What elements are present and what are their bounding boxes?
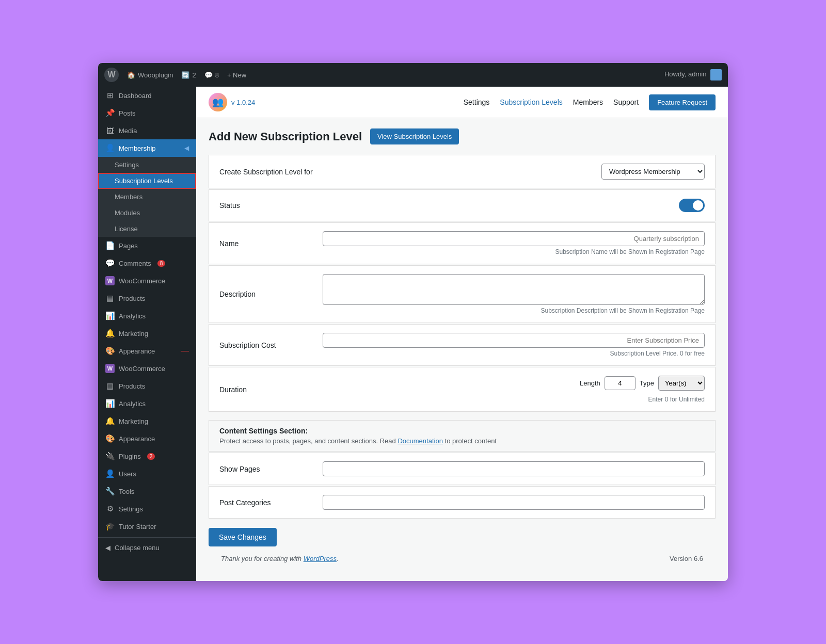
plugin-logo-icon: 👥: [209, 93, 227, 111]
sidebar-label-analytics1: Analytics: [119, 312, 146, 320]
form-section-post-categories: Post Categories: [209, 486, 716, 519]
sidebar-sub-license[interactable]: License: [98, 221, 196, 237]
sidebar-item-tools[interactable]: 🔧 Tools: [98, 482, 196, 500]
sidebar-item-plugins[interactable]: 🔌 Plugins 2: [98, 447, 196, 465]
sidebar-item-analytics2[interactable]: 📊 Analytics: [98, 395, 196, 412]
nav-support[interactable]: Support: [613, 98, 639, 106]
admin-bar-right: Howdy, admin: [664, 69, 722, 81]
collapse-icon: ◀: [105, 544, 110, 552]
cost-hint: Subscription Level Price. 0 for free: [610, 350, 705, 357]
admin-bar-left: W 🏠 Woooplugin 🔄 2 💬 8 + New: [104, 68, 656, 82]
create-for-select[interactable]: Wordpress Membership: [601, 164, 705, 180]
create-for-field: Wordpress Membership: [323, 164, 705, 180]
products2-icon: ▤: [105, 381, 115, 391]
post-categories-input[interactable]: [323, 495, 705, 510]
sidebar-item-woocommerce2[interactable]: W WooCommerce: [98, 360, 196, 377]
admin-bar-site[interactable]: 🏠 Woooplugin: [127, 71, 173, 79]
sidebar-label-comments: Comments: [119, 260, 151, 267]
show-pages-input[interactable]: [323, 461, 705, 476]
duration-length-input[interactable]: [605, 376, 636, 390]
admin-bar-comments[interactable]: 💬 8: [204, 71, 219, 79]
show-pages-label: Show Pages: [219, 465, 323, 473]
sidebar-item-dashboard[interactable]: ⊞ Dashboard: [98, 87, 196, 104]
sidebar-item-marketing1[interactable]: 🔔 Marketing: [98, 325, 196, 342]
pages-icon: 📄: [105, 241, 115, 250]
name-field: Subscription Name will be Shown in Regis…: [323, 231, 705, 255]
cost-input[interactable]: [323, 333, 705, 348]
post-categories-field: [323, 495, 705, 510]
sidebar-label-pages: Pages: [119, 242, 138, 250]
form-section-cost: Subscription Cost Subscription Level Pri…: [209, 324, 716, 366]
sidebar-item-analytics1[interactable]: 📊 Analytics: [98, 307, 196, 325]
form-row-name: Name Subscription Name will be Shown in …: [209, 223, 715, 264]
sidebar-item-membership[interactable]: 👤 Membership ◀: [98, 139, 196, 157]
posts-icon: 📌: [105, 108, 115, 118]
duration-hint: Enter 0 for Unlimited: [648, 396, 705, 403]
page-footer: Thank you for creating with WordPress. V…: [209, 546, 716, 571]
sidebar-item-users[interactable]: 👤 Users: [98, 465, 196, 482]
avatar: [710, 69, 722, 81]
name-input[interactable]: [323, 231, 705, 246]
sidebar-label-products2: Products: [119, 382, 145, 390]
sidebar-item-media[interactable]: 🖼 Media: [98, 122, 196, 139]
nav-subscription-levels[interactable]: Subscription Levels: [500, 98, 562, 106]
documentation-link[interactable]: Documentation: [398, 437, 442, 445]
plugins-icon: 🔌: [105, 452, 115, 461]
comments-sidebar-icon: 💬: [105, 259, 115, 268]
wp-logo-icon[interactable]: W: [104, 68, 119, 82]
sidebar-sub-members[interactable]: Members: [98, 189, 196, 205]
sidebar-item-pages[interactable]: 📄 Pages: [98, 237, 196, 254]
footer-version: Version 6.6: [670, 555, 703, 562]
view-subscription-levels-button[interactable]: View Subscription Levels: [370, 128, 459, 144]
content-settings-header: Content Settings Section: Protect access…: [209, 420, 716, 452]
sidebar-sub-settings[interactable]: Settings: [98, 157, 196, 173]
sidebar-sub-modules[interactable]: Modules: [98, 205, 196, 221]
duration-type-select[interactable]: Year(s) Month(s) Day(s): [658, 376, 705, 391]
sidebar-item-products2[interactable]: ▤ Products: [98, 377, 196, 395]
sidebar-item-posts[interactable]: 📌 Posts: [98, 104, 196, 122]
sidebar-item-marketing2[interactable]: 🔔 Marketing: [98, 412, 196, 430]
status-toggle[interactable]: [679, 199, 705, 212]
sidebar-sub-settings-label: Settings: [115, 161, 139, 169]
sidebar-separator: [98, 537, 196, 538]
admin-bar-new[interactable]: + New: [227, 71, 246, 79]
nav-settings[interactable]: Settings: [464, 98, 490, 106]
sidebar-item-products1[interactable]: ▤ Products: [98, 289, 196, 307]
home-icon: 🏠: [127, 71, 135, 79]
create-for-label: Create Subscription Level for: [219, 168, 323, 176]
sidebar-label-dashboard: Dashboard: [119, 92, 152, 100]
sidebar-sub-subscription-levels[interactable]: Subscription Levels: [98, 173, 196, 189]
sidebar-label-users: Users: [119, 470, 136, 478]
form-row-cost: Subscription Cost Subscription Level Pri…: [209, 325, 715, 365]
sidebar-label-posts: Posts: [119, 109, 136, 117]
sidebar-item-comments[interactable]: 💬 Comments 8: [98, 254, 196, 272]
save-changes-button[interactable]: Save Changes: [209, 528, 277, 546]
plugin-version: v 1.0.24: [231, 99, 255, 106]
nav-members[interactable]: Members: [573, 98, 603, 106]
sidebar-item-appearance1[interactable]: 🎨 Appearance —: [98, 342, 196, 360]
woocommerce2-icon: W: [105, 364, 115, 373]
collapse-menu[interactable]: ◀ Collapse menu: [98, 540, 196, 556]
duration-field: Length Type Year(s) Month(s) Day(s) Ente…: [323, 376, 705, 403]
sidebar-item-settings[interactable]: ⚙ Settings: [98, 500, 196, 518]
admin-bar-updates[interactable]: 🔄 2: [181, 71, 196, 79]
admin-bar: W 🏠 Woooplugin 🔄 2 💬 8 + New Howdy, admi…: [98, 63, 728, 87]
content-settings-title: Content Settings Section:: [219, 427, 705, 435]
form-row-status: Status: [209, 190, 715, 221]
feature-request-button[interactable]: Feature Request: [649, 94, 716, 110]
status-field: [323, 199, 705, 212]
membership-icon: 👤: [105, 143, 115, 153]
sidebar-sub-members-label: Members: [115, 193, 142, 201]
sidebar-label-media: Media: [119, 127, 137, 135]
settings-icon: ⚙: [105, 504, 115, 513]
sidebar-item-woocommerce[interactable]: W WooCommerce: [98, 272, 196, 289]
wordpress-link[interactable]: WordPress: [304, 555, 337, 562]
form-section-name: Name Subscription Name will be Shown in …: [209, 222, 716, 264]
description-textarea[interactable]: [323, 274, 705, 305]
comments-icon: 💬: [204, 71, 213, 79]
sidebar-item-appearance2[interactable]: 🎨 Appearance: [98, 430, 196, 447]
sidebar-label-appearance1: Appearance: [119, 347, 155, 355]
page-title: Add New Subscription Level: [209, 130, 362, 143]
sidebar-item-tutor[interactable]: 🎓 Tutor Starter: [98, 518, 196, 535]
users-icon: 👤: [105, 469, 115, 478]
